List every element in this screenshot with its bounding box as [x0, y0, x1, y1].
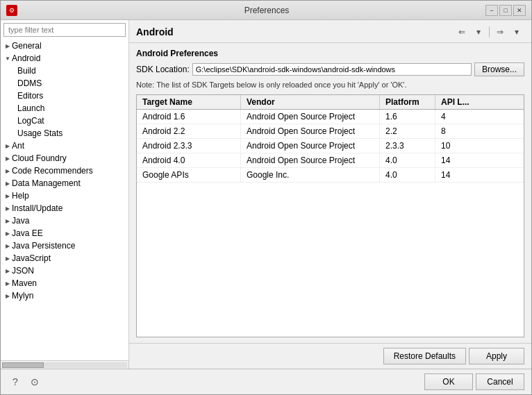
expand-arrow-android: ▼: [3, 54, 12, 62]
expand-arrow-help: ▶: [3, 192, 12, 200]
td-api: 14: [435, 153, 524, 167]
sidebar-item-label: LogCat: [17, 116, 44, 126]
td-api: 4: [435, 110, 524, 124]
expand-arrow-cr: ▶: [3, 167, 12, 175]
table-row[interactable]: Android 2.2 Android Open Source Project …: [137, 124, 524, 139]
toolbar-separator: [489, 26, 490, 37]
minimize-button[interactable]: −: [485, 5, 498, 16]
restore-defaults-button[interactable]: Restore Defaults: [383, 348, 466, 364]
sidebar-item-cloud-foundry[interactable]: ▶ Cloud Foundry: [1, 152, 128, 165]
sidebar-item-label: Install/Update: [12, 203, 63, 213]
app-icon: ⚙: [6, 5, 17, 16]
sidebar-item-ddms[interactable]: DDMS: [1, 77, 128, 90]
horizontal-scrollbar[interactable]: [1, 360, 128, 369]
sidebar-item-java-ee[interactable]: ▶ Java EE: [1, 227, 128, 239]
table-row[interactable]: Android 2.3.3 Android Open Source Projec…: [137, 139, 524, 153]
toolbar-icons: ⇐ ▾ ⇒ ▾: [454, 24, 524, 40]
back-dropdown-button[interactable]: ▾: [471, 24, 486, 40]
forward-button[interactable]: ⇒: [492, 24, 508, 40]
sidebar-item-data-management[interactable]: ▶ Data Management: [1, 177, 128, 190]
footer-right: OK Cancel: [424, 373, 524, 390]
sidebar-item-label: JavaScript: [12, 253, 51, 263]
sidebar-item-json[interactable]: ▶ JSON: [1, 264, 128, 277]
sdk-path-input[interactable]: [192, 63, 472, 76]
sidebar-item-label: Build: [17, 66, 36, 76]
table-body[interactable]: Android 1.6 Android Open Source Project …: [137, 110, 524, 337]
sidebar-item-general[interactable]: ▶ General: [1, 40, 128, 52]
sidebar-item-logcat[interactable]: LogCat: [1, 115, 128, 127]
sidebar-item-code-recommenders[interactable]: ▶ Code Recommenders: [1, 165, 128, 177]
sidebar-item-label: General: [12, 41, 42, 51]
close-button[interactable]: ✕: [513, 5, 526, 16]
sidebar-item-label: Data Management: [12, 178, 81, 188]
sidebar-item-label: Maven: [12, 278, 37, 288]
table-header: Target Name Vendor Platform API L...: [137, 95, 524, 110]
sidebar-item-label: Java EE: [12, 228, 43, 238]
cancel-button[interactable]: Cancel: [476, 373, 524, 390]
sidebar-item-ant[interactable]: ▶ Ant: [1, 140, 128, 152]
preferences-window: ⚙ Preferences − □ ✕ ▶ General ▼: [0, 0, 532, 395]
sidebar-item-label: Launch: [17, 103, 44, 113]
expand-arrow-jee: ▶: [3, 229, 12, 237]
td-vendor: Android Open Source Project: [241, 153, 380, 167]
sidebar-item-maven[interactable]: ▶ Maven: [1, 277, 128, 289]
apply-button[interactable]: Apply: [469, 348, 524, 364]
window-title: Preferences: [48, 6, 485, 15]
back-arrow-icon: ⇐: [458, 27, 465, 37]
window-controls: − □ ✕: [485, 5, 526, 16]
filter-input[interactable]: [3, 23, 126, 37]
ok-button[interactable]: OK: [424, 373, 473, 390]
bottom-bar: Restore Defaults Apply: [129, 343, 531, 369]
sidebar-item-mylyn[interactable]: ▶ Mylyn: [1, 289, 128, 302]
sidebar-item-launch[interactable]: Launch: [1, 102, 128, 115]
sidebar-item-label: Help: [12, 191, 29, 201]
expand-arrow-general: ▶: [3, 42, 12, 50]
sdk-location-row: SDK Location: Browse...: [136, 62, 524, 76]
table-row[interactable]: Google APIs Google Inc. 4.0 14: [137, 168, 524, 183]
help-icon[interactable]: ?: [8, 374, 23, 389]
td-vendor: Android Open Source Project: [241, 139, 380, 153]
sidebar-item-label: Android: [12, 53, 40, 63]
window-body: ▶ General ▼ Android Build DDMS Editors: [1, 20, 531, 394]
sidebar-item-usage-stats[interactable]: Usage Stats: [1, 127, 128, 140]
td-platform: 4.0: [380, 168, 435, 182]
td-target: Google APIs: [137, 168, 241, 182]
title-bar: ⚙ Preferences − □ ✕: [1, 1, 531, 20]
sidebar-item-java-persistence[interactable]: ▶ Java Persistence: [1, 239, 128, 252]
sidebar-item-label: Editors: [17, 91, 43, 101]
td-platform: 2.3.3: [380, 139, 435, 153]
td-platform: 4.0: [380, 153, 435, 167]
info-icon[interactable]: ⊙: [27, 374, 42, 389]
col-header-api: API L...: [435, 95, 524, 109]
expand-arrow-mylyn: ▶: [3, 292, 12, 300]
panel-header: Android ⇐ ▾ ⇒ ▾: [129, 20, 531, 43]
sidebar-item-label: Ant: [12, 141, 24, 151]
table-row[interactable]: Android 4.0 Android Open Source Project …: [137, 153, 524, 168]
expand-arrow-cf: ▶: [3, 154, 12, 162]
sidebar-item-label: Java: [12, 216, 29, 226]
table-row[interactable]: Android 1.6 Android Open Source Project …: [137, 110, 524, 124]
tree-container[interactable]: ▶ General ▼ Android Build DDMS Editors: [1, 40, 128, 360]
td-vendor: Android Open Source Project: [241, 124, 380, 138]
td-platform: 1.6: [380, 110, 435, 124]
sidebar-item-label: DDMS: [17, 78, 42, 88]
col-header-target: Target Name: [137, 95, 241, 109]
td-vendor: Android Open Source Project: [241, 110, 380, 124]
forward-dropdown-button[interactable]: ▾: [509, 24, 524, 40]
sidebar-item-javascript[interactable]: ▶ JavaScript: [1, 252, 128, 264]
expand-arrow-jp: ▶: [3, 242, 12, 250]
sidebar-item-java[interactable]: ▶ Java: [1, 215, 128, 227]
footer-left: ? ⊙: [8, 374, 42, 389]
td-vendor: Google Inc.: [241, 168, 380, 182]
sidebar-item-android[interactable]: ▼ Android: [1, 52, 128, 65]
sidebar-item-install-update[interactable]: ▶ Install/Update: [1, 202, 128, 215]
sidebar-item-editors[interactable]: Editors: [1, 90, 128, 102]
sidebar-item-help[interactable]: ▶ Help: [1, 190, 128, 202]
back-button[interactable]: ⇐: [454, 24, 469, 40]
browse-button[interactable]: Browse...: [474, 62, 524, 76]
maximize-button[interactable]: □: [499, 5, 512, 16]
sidebar-item-build[interactable]: Build: [1, 65, 128, 77]
td-target: Android 1.6: [137, 110, 241, 124]
td-target: Android 2.3.3: [137, 139, 241, 153]
sidebar-item-label: Code Recommenders: [12, 166, 93, 176]
